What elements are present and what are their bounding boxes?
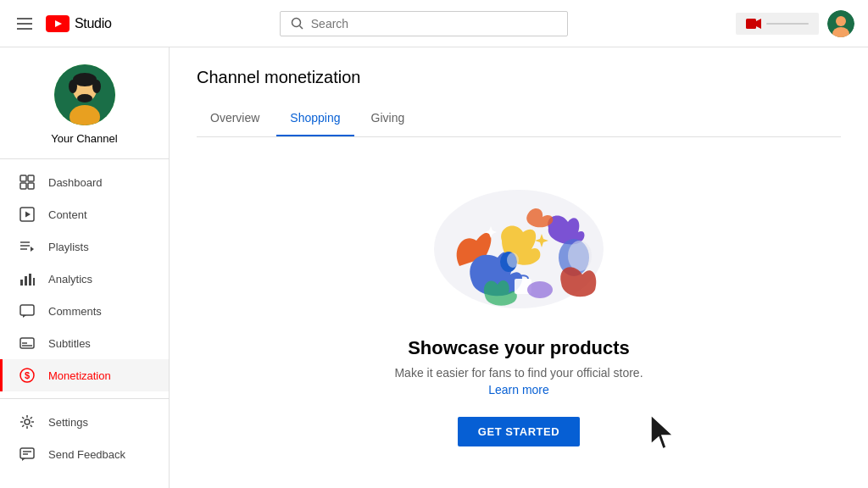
- svg-rect-38: [20, 448, 34, 458]
- channel-section: Your Channel: [0, 47, 169, 159]
- shopping-illustration: [417, 164, 620, 317]
- svg-rect-16: [20, 175, 26, 181]
- dashboard-icon: [19, 175, 35, 190]
- content-label: Content: [48, 208, 87, 221]
- sidebar: Your Channel Dashboard Content: [0, 47, 170, 488]
- feedback-label: Send Feedback: [48, 448, 125, 461]
- sidebar-item-settings[interactable]: Settings: [0, 406, 169, 438]
- svg-point-7: [836, 16, 846, 26]
- sidebar-item-analytics[interactable]: Analytics: [0, 263, 169, 295]
- page-title: Channel monetization: [197, 68, 841, 87]
- playlists-label: Playlists: [48, 241, 89, 253]
- user-avatar[interactable]: [827, 10, 854, 37]
- content-icon: [19, 207, 35, 222]
- search-icon: [291, 17, 304, 30]
- svg-point-44: [568, 241, 592, 271]
- playlists-icon: [19, 239, 35, 254]
- get-started-button[interactable]: GET STARTED: [458, 417, 580, 446]
- nav-bottom: Settings Send Feedback: [0, 398, 169, 477]
- monetization-label: Monetization: [48, 369, 111, 382]
- channel-name: Your Channel: [51, 132, 117, 145]
- tabs: Overview Shopping Giving: [197, 101, 841, 137]
- svg-point-12: [69, 80, 77, 93]
- video-camera-icon: [746, 18, 761, 30]
- settings-icon: [19, 414, 35, 430]
- logo: Studio: [46, 15, 112, 32]
- svg-rect-27: [25, 276, 27, 286]
- svg-point-2: [292, 18, 300, 26]
- main-content: Channel monetization Overview Shopping G…: [170, 47, 868, 488]
- svg-rect-4: [746, 19, 756, 29]
- showcase-title: Showcase your products: [408, 337, 630, 359]
- svg-marker-21: [25, 212, 31, 218]
- svg-rect-19: [28, 183, 34, 189]
- analytics-label: Analytics: [48, 273, 92, 286]
- page-header: Channel monetization Overview Shopping G…: [170, 47, 868, 137]
- shopping-content: Showcase your products Make it easier fo…: [170, 137, 868, 467]
- svg-point-14: [77, 94, 92, 103]
- feedback-icon: [19, 446, 35, 462]
- sidebar-item-subtitles[interactable]: Subtitles: [0, 327, 169, 359]
- header: Studio: [0, 0, 868, 47]
- svg-rect-29: [33, 278, 35, 286]
- svg-point-13: [92, 80, 101, 93]
- monetization-icon: $: [19, 368, 35, 383]
- nav-items: Dashboard Content Playlists: [0, 159, 169, 398]
- tab-giving[interactable]: Giving: [358, 101, 419, 136]
- header-left: Studio: [14, 14, 112, 33]
- channel-avatar[interactable]: [54, 64, 115, 125]
- sidebar-item-feedback[interactable]: Send Feedback: [0, 438, 169, 470]
- studio-logo-text: Studio: [75, 16, 112, 31]
- showcase-desc: Make it easier for fans to find your off…: [394, 366, 643, 380]
- comments-label: Comments: [48, 305, 102, 318]
- search-bar[interactable]: [280, 11, 568, 36]
- learn-more-link[interactable]: Learn more: [488, 383, 549, 396]
- sidebar-item-content[interactable]: Content: [0, 198, 169, 230]
- app-body: Your Channel Dashboard Content: [0, 47, 868, 488]
- search-input[interactable]: [311, 17, 557, 30]
- sidebar-item-monetization[interactable]: $ Monetization: [0, 359, 169, 391]
- svg-marker-25: [31, 247, 34, 252]
- svg-point-50: [527, 281, 553, 298]
- analytics-icon: [19, 271, 35, 286]
- upload-button[interactable]: [736, 13, 819, 35]
- settings-label: Settings: [48, 416, 88, 429]
- svg-rect-18: [20, 183, 26, 189]
- tab-shopping[interactable]: Shopping: [276, 101, 353, 136]
- svg-rect-26: [20, 280, 23, 286]
- subtitles-icon: [19, 336, 35, 351]
- svg-marker-5: [756, 19, 761, 29]
- dashboard-label: Dashboard: [48, 176, 103, 189]
- svg-rect-17: [28, 175, 34, 181]
- svg-point-37: [25, 419, 30, 424]
- svg-line-3: [299, 25, 303, 29]
- sidebar-item-playlists[interactable]: Playlists: [0, 230, 169, 263]
- comments-icon: [19, 303, 35, 319]
- sidebar-item-dashboard[interactable]: Dashboard: [0, 166, 169, 198]
- sidebar-item-comments[interactable]: Comments: [0, 295, 169, 327]
- subtitles-label: Subtitles: [48, 337, 91, 350]
- svg-rect-30: [20, 305, 34, 315]
- tab-overview[interactable]: Overview: [197, 101, 273, 136]
- youtube-icon: [46, 15, 70, 32]
- svg-point-48: [507, 252, 519, 268]
- svg-rect-28: [29, 274, 31, 286]
- header-right: [736, 10, 854, 37]
- svg-text:$: $: [25, 370, 30, 380]
- hamburger-button[interactable]: [14, 14, 36, 33]
